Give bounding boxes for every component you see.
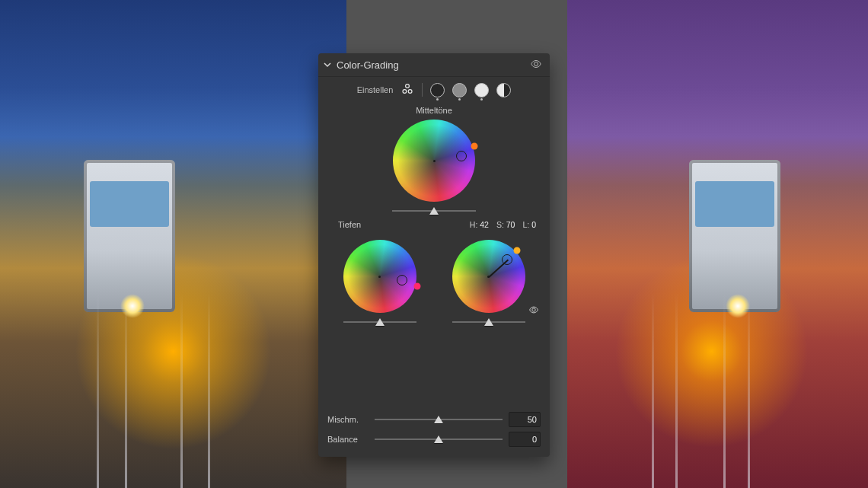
shadows-sat-handle[interactable] <box>413 283 420 290</box>
panel-header: Color-Grading <box>318 53 550 77</box>
adjust-row: Einstellen <box>318 77 550 103</box>
adjust-mode-group <box>400 82 511 98</box>
tram-illustration <box>84 160 175 312</box>
panel-title: Color-Grading <box>337 59 530 71</box>
mode-shadows-icon[interactable] <box>430 83 445 97</box>
slider-thumb[interactable] <box>434 416 443 423</box>
slider-thumb[interactable] <box>434 435 443 443</box>
highlights-wheel[interactable] <box>452 240 525 313</box>
midtones-wheel-group <box>318 120 550 217</box>
balance-slider[interactable] <box>375 433 503 445</box>
mode-midtones-icon[interactable] <box>452 83 467 97</box>
rails <box>567 293 868 488</box>
svg-point-0 <box>406 84 410 88</box>
balance-value[interactable]: 0 <box>509 432 541 447</box>
shadows-hue-handle[interactable] <box>397 275 407 285</box>
midtones-title: Mitteltöne <box>318 106 550 115</box>
highlights-wheel-group <box>439 235 538 331</box>
midtones-sat-handle[interactable] <box>471 142 477 149</box>
tram-illustration <box>689 160 780 312</box>
highlights-luminance-slider[interactable] <box>452 316 525 328</box>
global-sliders: Mischm. 50 Balance 0 <box>327 410 541 449</box>
svg-point-2 <box>409 89 413 93</box>
mode-highlights-icon[interactable] <box>474 83 489 97</box>
shadows-wheel-group <box>330 235 429 331</box>
blend-slider[interactable] <box>375 413 503 426</box>
shadows-title: Tiefen <box>338 220 361 229</box>
svg-point-1 <box>403 89 407 93</box>
balance-label: Balance <box>327 435 369 444</box>
adjust-label: Einstellen <box>357 85 394 94</box>
wheel-center-dot <box>433 160 436 162</box>
blend-value[interactable]: 50 <box>509 412 541 427</box>
color-grading-panel: Color-Grading Einstellen Mitteltöne <box>318 53 550 457</box>
graded-photo <box>567 0 868 488</box>
midtones-luminance-slider[interactable] <box>392 205 476 217</box>
highlights-sat-handle[interactable] <box>514 247 521 254</box>
shadows-wheel[interactable] <box>343 240 416 313</box>
wheel-center-dot <box>378 276 381 278</box>
shadows-luminance-slider[interactable] <box>343 316 416 328</box>
highlights-hue-handle[interactable] <box>502 254 512 265</box>
slider-thumb[interactable] <box>484 318 493 326</box>
midtones-wheel[interactable] <box>393 120 475 202</box>
blend-label: Mischm. <box>327 415 369 424</box>
mode-global-icon[interactable] <box>496 83 511 97</box>
separator <box>422 83 423 97</box>
collapse-icon[interactable] <box>323 60 332 69</box>
midtones-hue-handle[interactable] <box>456 151 467 161</box>
highlights-visibility-icon[interactable] <box>528 305 539 317</box>
slider-thumb[interactable] <box>429 207 439 215</box>
rails <box>0 293 346 488</box>
panel-visibility-icon[interactable] <box>530 58 542 72</box>
mode-three-way-icon[interactable] <box>400 82 414 98</box>
original-photo <box>0 0 346 488</box>
slider-thumb[interactable] <box>375 318 385 326</box>
